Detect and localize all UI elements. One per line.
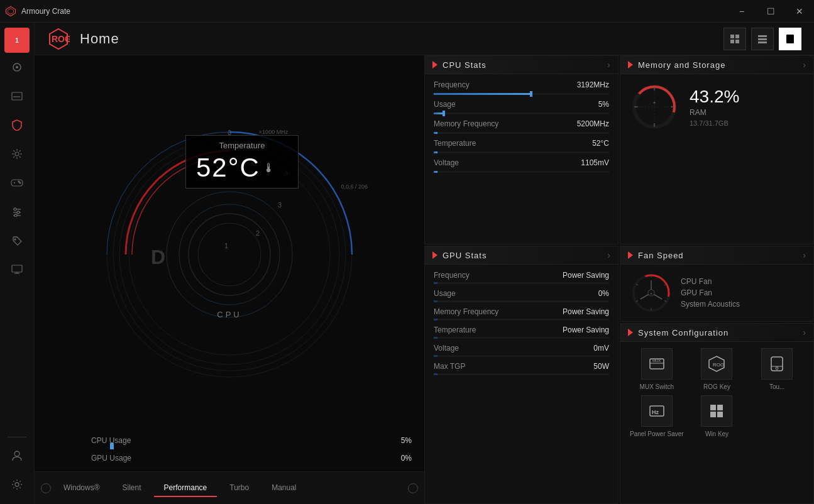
gpu-stat-usage-bar	[434, 300, 609, 302]
minimize-button[interactable]: −	[727, 0, 756, 23]
cpu-stat-mem-freq-value: 5200MHz	[577, 119, 609, 128]
gpu-stat-usage: Usage 0%	[434, 289, 609, 298]
cpu-stat-usage-bar-marker	[443, 111, 445, 116]
cpu-stat-temp: Temperature 52°C	[434, 139, 609, 148]
svg-rect-40	[730, 40, 734, 43]
svg-text:×1000 MHz: ×1000 MHz	[259, 129, 289, 135]
gpu-stats-triangle-icon	[432, 251, 437, 259]
gpu-stat-voltage-label: Voltage	[434, 344, 459, 353]
gauge-temp-value: 52°C	[196, 153, 260, 183]
sidebar-item-tag[interactable]	[4, 228, 30, 253]
hz-icon-svg: Hz	[648, 402, 666, 420]
svg-rect-101	[710, 412, 716, 417]
cpu-stat-usage-label: Usage	[434, 100, 456, 109]
svg-point-59	[189, 214, 270, 295]
sidebar-item-keyboard[interactable]	[4, 84, 30, 109]
perf-tab-dot-right[interactable]	[408, 483, 418, 493]
gpu-stat-frequency: Frequency Power Saving	[434, 271, 609, 280]
view-grid-button[interactable]	[723, 28, 746, 50]
sysconfig-grid: MUX MUX Switch	[629, 348, 805, 437]
cpu-stat-mem-freq-bar-fill	[434, 132, 437, 134]
view-list-button[interactable]	[751, 28, 774, 50]
perf-tabs: Windows® Silent Performance Turbo Manual	[35, 471, 424, 504]
stats-grid: CPU Stats › Frequency 3192MHz	[424, 55, 814, 504]
svg-point-23	[19, 182, 21, 184]
cpu-stat-mem-freq-bar	[434, 132, 609, 134]
perf-tab-silent[interactable]: Silent	[113, 479, 151, 497]
title-bar: Armoury Crate − ☐ ✕	[0, 0, 814, 23]
memory-info: 43.2% RAM 13.7/31.7GB	[690, 87, 805, 127]
gpu-stat-maxtgp-value: 50W	[593, 362, 609, 371]
close-button[interactable]: ✕	[785, 0, 814, 23]
sidebar-item-user[interactable]	[4, 443, 30, 468]
perf-tab-turbo[interactable]: Turbo	[219, 479, 259, 497]
cpu-stat-temp-bar	[434, 151, 609, 153]
system-config-chevron-icon[interactable]: ›	[803, 327, 806, 337]
svg-rect-99	[710, 405, 716, 410]
cpu-stat-frequency: Frequency 3192MHz	[434, 80, 609, 89]
gpu-stat-usage-bar-fill	[434, 300, 437, 302]
cpu-stats-triangle-icon	[432, 61, 437, 68]
cpu-stat-frequency-bar-marker	[530, 91, 532, 97]
svg-text:ROG: ROG	[713, 362, 724, 368]
memory-storage-chevron-icon[interactable]: ›	[803, 60, 806, 70]
svg-line-16	[19, 156, 21, 158]
fan-speed-triangle-icon	[628, 251, 633, 259]
sysconfig-touch-label: Tou...	[769, 383, 784, 390]
sysconfig-win-key[interactable]: Win Key	[690, 395, 745, 437]
svg-text:MUX: MUX	[652, 359, 661, 363]
svg-text:3: 3	[278, 201, 282, 209]
svg-marker-0	[6, 6, 16, 16]
sysconfig-mux-switch[interactable]: MUX MUX Switch	[629, 348, 685, 390]
left-panel: 6 5 4 3 2 1 ×1000 MHz	[35, 55, 424, 504]
svg-point-57	[167, 192, 292, 317]
cpu-stat-usage-bar	[434, 112, 609, 114]
fan-speed-card: Fan Speed ›	[620, 246, 814, 322]
sidebar-item-badge[interactable]: 1	[4, 28, 30, 53]
svg-line-17	[19, 150, 21, 151]
maximize-button[interactable]: ☐	[756, 0, 785, 23]
sidebar-item-settings[interactable]	[4, 472, 30, 497]
memory-storage-triangle-icon	[628, 61, 633, 68]
touch-icon	[761, 348, 793, 380]
fan-cpu: CPU Fan	[681, 277, 740, 286]
sysconfig-touch[interactable]: Tou...	[749, 348, 805, 390]
cpu-stat-mem-freq-label: Memory Frequency	[434, 119, 498, 128]
cpu-stat-frequency-bar-fill	[434, 93, 530, 95]
header: ROG Home	[35, 23, 814, 55]
sidebar-item-aura[interactable]	[4, 141, 30, 167]
gpu-stat-temp-bar	[434, 337, 609, 339]
sidebar-item-circle[interactable]	[4, 55, 30, 80]
cpu-stats-chevron-icon[interactable]: ›	[607, 60, 610, 70]
fan-gpu: GPU Fan	[681, 288, 740, 297]
touch-icon-svg	[768, 355, 786, 373]
thermometer-icon: 🌡	[263, 161, 275, 175]
sidebar: 1	[0, 23, 35, 504]
sysconfig-rog-key[interactable]: ROG ROG Key	[690, 348, 745, 390]
sidebar-item-gamepad[interactable]	[4, 170, 30, 195]
sidebar-item-display[interactable]	[4, 257, 30, 282]
fan-speed-chevron-icon[interactable]: ›	[803, 250, 806, 260]
perf-tab-performance[interactable]: Performance	[154, 479, 217, 497]
fan-speed-title: Fan Speed	[638, 251, 684, 260]
cpu-stat-voltage: Voltage 1105mV	[434, 158, 609, 167]
perf-tab-manual[interactable]: Manual	[261, 479, 306, 497]
sysconfig-panel-power[interactable]: Hz Panel Power Saver	[629, 395, 685, 437]
sidebar-item-shield[interactable]	[4, 112, 30, 138]
sidebar-item-sliders[interactable]	[4, 199, 30, 224]
cpu-stat-frequency-bar	[434, 93, 609, 95]
cpu-stat-mem-freq: Memory Frequency 5200MHz	[434, 119, 609, 128]
gpu-stats-chevron-icon[interactable]: ›	[607, 250, 610, 260]
app-title: Armoury Crate	[21, 7, 70, 16]
page-title: Home	[80, 31, 119, 47]
view-single-button[interactable]	[779, 28, 801, 50]
perf-tab-dot-left[interactable]	[41, 483, 51, 493]
app-icon	[5, 6, 16, 17]
perf-tab-windows[interactable]: Windows®	[53, 479, 110, 497]
cpu-stats-body: Frequency 3192MHz Usage 5%	[425, 74, 618, 184]
memory-storage-header: Memory and Storage ›	[620, 56, 813, 74]
svg-point-60	[198, 223, 261, 286]
right-panel: CPU Stats › Frequency 3192MHz	[424, 55, 814, 504]
cpu-stat-voltage-bar-fill	[434, 171, 437, 173]
gpu-usage-label: GPU Usage	[91, 454, 148, 463]
